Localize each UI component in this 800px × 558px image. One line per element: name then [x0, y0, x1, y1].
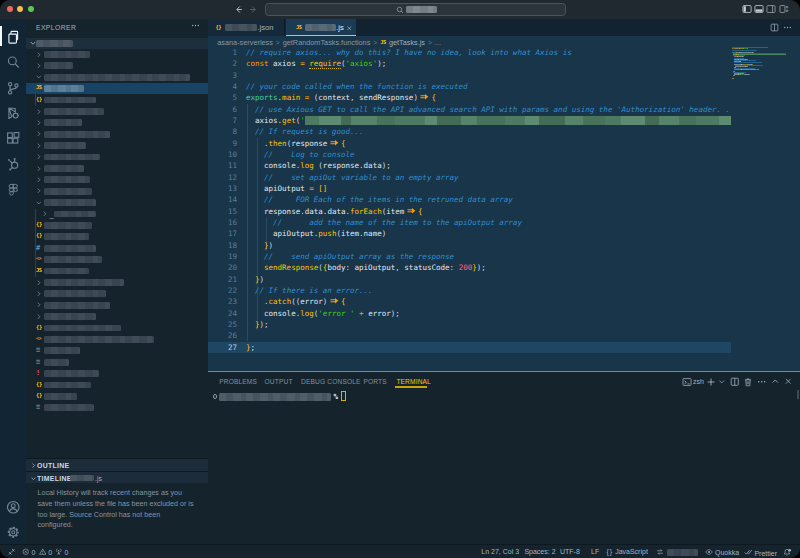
outline-section-header[interactable]: OUTLINE — [26, 458, 208, 471]
activity-bar-item-manage-settings[interactable] — [0, 520, 26, 544]
command-center[interactable] — [265, 3, 566, 16]
activity-bar-item-source-control[interactable] — [0, 76, 26, 100]
tree-item[interactable]: <> — [26, 334, 208, 345]
maximize-panel-button[interactable] — [771, 377, 780, 386]
tree-item[interactable] — [26, 277, 208, 288]
toggle-panel-button[interactable] — [754, 4, 764, 14]
line-number: 18 — [208, 240, 237, 251]
code-token: ); — [259, 320, 268, 329]
status-sync[interactable] — [656, 548, 664, 556]
code-line: 8 // If request is good... — [208, 126, 800, 137]
tree-item[interactable]: {} — [26, 391, 208, 402]
tree-root-folder[interactable] — [26, 38, 208, 49]
tree-item[interactable]: {} — [26, 380, 208, 391]
breadcrumb-symbol[interactable]: ... — [435, 38, 441, 47]
tree-item[interactable]: ≡ — [26, 345, 208, 356]
tree-item[interactable]: <> — [26, 254, 208, 265]
breadcrumb-folder[interactable]: getRandomTasks.functions — [283, 38, 371, 47]
panel-tab-terminal[interactable]: TERMINAL — [396, 378, 431, 385]
status-eol[interactable]: LF — [591, 548, 599, 555]
breadcrumb-file[interactable]: getTasks.js — [389, 38, 425, 47]
tab-json-file[interactable]: {}.json — [208, 19, 285, 36]
panel-tab-output[interactable]: OUTPUT — [265, 378, 293, 385]
status-language[interactable]: {} JavaScript — [607, 548, 648, 555]
tree-item[interactable] — [26, 49, 208, 60]
terminal-scrollbar[interactable] — [797, 390, 799, 399]
tree-item[interactable] — [26, 163, 208, 174]
tab-close-button[interactable] — [346, 25, 353, 32]
tree-item[interactable]: _ — [26, 209, 208, 220]
tree-item[interactable] — [26, 140, 208, 151]
tree-item[interactable] — [26, 197, 208, 208]
tab-js-file-active[interactable]: JS.js — [286, 19, 356, 36]
panel-more-actions-button[interactable] — [757, 377, 767, 387]
toggle-primary-sidebar-button[interactable] — [742, 4, 752, 14]
customize-layout-button[interactable] — [779, 4, 789, 14]
status-indentation[interactable]: Spaces: 2 — [524, 548, 555, 555]
tree-item[interactable]: ≡ — [26, 402, 208, 413]
toggle-secondary-sidebar-button[interactable] — [766, 4, 776, 14]
status-prettier[interactable]: Prettier — [744, 548, 777, 557]
tree-item[interactable] — [26, 152, 208, 163]
status-encoding[interactable]: UTF-8 — [560, 548, 580, 555]
tree-item[interactable] — [26, 106, 208, 117]
traffic-light-close[interactable] — [7, 6, 13, 12]
split-editor-button[interactable] — [770, 23, 779, 32]
minimap[interactable] — [732, 47, 795, 371]
panel-tab-debug-console[interactable]: DEBUG CONSOLE — [301, 378, 360, 385]
tree-item[interactable]: JS — [26, 83, 208, 94]
tree-item[interactable]: {} — [26, 231, 208, 242]
tree-item[interactable] — [26, 288, 208, 299]
status-notifications[interactable] — [783, 548, 792, 557]
tree-item[interactable]: # — [26, 243, 208, 254]
tree-item[interactable] — [26, 300, 208, 311]
activity-bar-item-extensions[interactable] — [0, 127, 26, 151]
tree-item[interactable] — [26, 117, 208, 128]
editor-more-actions-button[interactable] — [783, 23, 792, 32]
panel-tab-ports[interactable]: PORTS — [364, 378, 387, 385]
terminal[interactable]: % — [208, 393, 800, 533]
status-cursor-position[interactable]: Ln 27, Col 3 — [481, 548, 519, 555]
tree-item[interactable]: ≡ — [26, 357, 208, 368]
tree-item[interactable]: ! — [26, 368, 208, 379]
activity-bar-item-accounts[interactable] — [0, 495, 26, 519]
activity-bar-item-figma[interactable] — [0, 178, 26, 202]
close-panel-button[interactable] — [784, 377, 793, 386]
status-ports[interactable]: 0 — [55, 548, 68, 556]
tree-item[interactable] — [26, 311, 208, 322]
status-remote[interactable] — [8, 548, 16, 556]
activity-bar-item-search[interactable] — [0, 51, 26, 75]
timeline-section-header[interactable]: TIMELINE.js — [26, 471, 208, 484]
status-quokka[interactable]: Quokka — [705, 548, 739, 556]
kill-terminal-button[interactable] — [743, 377, 753, 387]
activity-bar-item-hubspot[interactable] — [0, 153, 26, 177]
tree-item[interactable] — [26, 72, 208, 83]
breadcrumb[interactable]: asana-serverless>getRandomTasks.function… — [208, 36, 800, 47]
new-terminal-button[interactable] — [706, 377, 716, 387]
activity-bar-item-explorer[interactable] — [0, 25, 26, 49]
sidebar-more-actions-button[interactable] — [191, 21, 200, 30]
status-problems[interactable]: 00 — [22, 548, 52, 556]
tree-item[interactable]: {} — [26, 220, 208, 231]
tree-item[interactable] — [26, 129, 208, 140]
tree-item[interactable]: {} — [26, 323, 208, 334]
tree-item[interactable] — [26, 186, 208, 197]
search-icon — [396, 6, 404, 14]
breadcrumb-folder[interactable]: asana-serverless — [217, 38, 273, 47]
activity-bar-item-run-and-debug[interactable] — [0, 102, 26, 126]
code-token: { — [418, 207, 423, 216]
split-terminal-button[interactable] — [730, 377, 740, 387]
history-forward-button[interactable] — [249, 5, 258, 14]
terminal-profiles-dropdown-button[interactable] — [718, 378, 726, 386]
code-text: }; — [246, 342, 255, 353]
panel-tab-problems[interactable]: PROBLEMS — [219, 378, 257, 385]
launch-profile-button[interactable] — [682, 377, 692, 387]
traffic-light-zoom[interactable] — [28, 6, 34, 12]
tree-item[interactable]: {} — [26, 95, 208, 106]
traffic-light-minimize[interactable] — [17, 6, 23, 12]
history-back-button[interactable] — [234, 5, 243, 14]
code-area[interactable]: 1// require axios... why do this? I have… — [208, 47, 800, 371]
tree-item[interactable] — [26, 174, 208, 185]
tree-item[interactable]: JS — [26, 266, 208, 277]
tree-item[interactable] — [26, 60, 208, 71]
